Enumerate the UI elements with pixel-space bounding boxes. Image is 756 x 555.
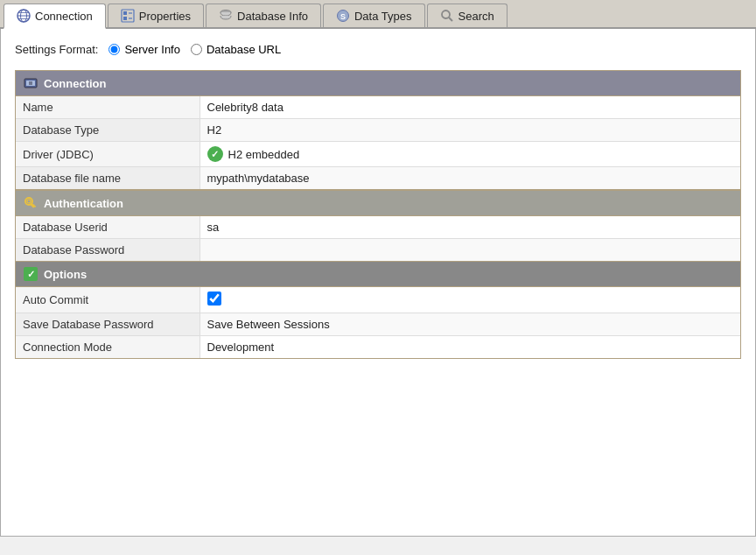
connection-mode-label: Connection Mode xyxy=(16,336,200,359)
radio-database-url-input[interactable] xyxy=(191,44,202,55)
svg-rect-6 xyxy=(123,11,127,15)
settings-format-label: Settings Format: xyxy=(15,43,98,56)
tab-bar: Connection Properties Database Info xyxy=(0,0,756,29)
tab-database-info[interactable]: Database Info xyxy=(206,4,321,27)
options-section-icon xyxy=(23,266,38,282)
driver-check-icon xyxy=(207,146,223,162)
svg-rect-22 xyxy=(32,205,35,207)
userid-value: sa xyxy=(200,216,740,239)
table-row: Connection Mode Development xyxy=(16,336,740,359)
tab-data-types[interactable]: S Data Types xyxy=(323,4,425,27)
tab-database-info-label: Database Info xyxy=(237,10,308,23)
radio-server-info-input[interactable] xyxy=(108,44,120,55)
password-value xyxy=(200,239,740,262)
password-label: Database Password xyxy=(16,239,200,262)
connection-section-icon xyxy=(23,75,38,91)
svg-line-14 xyxy=(449,18,452,21)
name-value: Celebrity8 data xyxy=(200,96,740,119)
svg-rect-23 xyxy=(34,206,36,207)
authentication-section: Authentication Database Userid sa Databa… xyxy=(15,190,741,262)
tab-connection-label: Connection xyxy=(35,10,93,23)
driver-text: H2 embedded xyxy=(228,148,300,161)
svg-rect-16 xyxy=(26,81,35,86)
save-password-label: Save Database Password xyxy=(16,313,200,336)
database-info-icon xyxy=(219,9,233,23)
table-row: Save Database Password Save Between Sess… xyxy=(16,313,740,336)
svg-text:S: S xyxy=(340,12,346,21)
db-type-label: Database Type xyxy=(16,119,200,142)
tab-search[interactable]: Search xyxy=(427,4,508,27)
auth-section-icon xyxy=(23,195,38,211)
table-row: Auto Commit xyxy=(16,287,740,313)
options-section-header: Options xyxy=(16,262,740,287)
table-row: Database Type H2 xyxy=(16,119,740,142)
connection-icon xyxy=(17,9,31,23)
db-type-value: H2 xyxy=(200,119,740,142)
table-row: Name Celebrity8 data xyxy=(16,96,740,119)
options-section: Options Auto Commit Save Database Passwo… xyxy=(15,262,741,359)
search-tab-icon xyxy=(440,9,454,23)
tab-properties-label: Properties xyxy=(139,10,191,23)
name-label: Name xyxy=(16,96,200,119)
radio-server-info[interactable]: Server Info xyxy=(108,43,180,56)
options-table: Auto Commit Save Database Password Save … xyxy=(16,287,740,358)
tab-properties[interactable]: Properties xyxy=(108,4,204,27)
table-row: Database Password xyxy=(16,239,740,262)
db-filename-value: mypath\mydatabase xyxy=(200,167,740,190)
table-row: Driver (JDBC) H2 embedded xyxy=(16,142,740,167)
main-content: Settings Format: Server Info Database UR… xyxy=(0,29,756,537)
driver-value: H2 embedded xyxy=(200,142,740,167)
userid-label: Database Userid xyxy=(16,216,200,239)
tab-search-label: Search xyxy=(458,10,494,23)
connection-section: Connection Name Celebrity8 data Database… xyxy=(15,70,741,190)
driver-cell: H2 embedded xyxy=(207,146,734,162)
auth-section-title: Authentication xyxy=(44,197,123,210)
options-section-title: Options xyxy=(44,268,87,281)
auto-commit-checkbox[interactable] xyxy=(207,292,221,306)
auto-commit-value xyxy=(200,287,740,313)
svg-point-21 xyxy=(27,200,31,203)
svg-point-13 xyxy=(442,11,450,18)
auto-commit-label: Auto Commit xyxy=(16,287,200,313)
tab-data-types-label: Data Types xyxy=(354,10,412,23)
svg-rect-7 xyxy=(123,17,127,20)
options-check xyxy=(24,267,38,281)
save-password-value: Save Between Sessions xyxy=(200,313,740,336)
data-types-icon: S xyxy=(336,9,350,23)
db-filename-label: Database file name xyxy=(16,167,200,190)
connection-mode-value: Development xyxy=(200,336,740,359)
connection-section-title: Connection xyxy=(44,77,107,90)
settings-format-row: Settings Format: Server Info Database UR… xyxy=(15,43,741,56)
radio-server-info-label: Server Info xyxy=(124,43,180,56)
properties-icon xyxy=(121,9,135,23)
driver-label: Driver (JDBC) xyxy=(16,142,200,167)
connection-table: Name Celebrity8 data Database Type H2 Dr… xyxy=(16,96,740,189)
tab-connection[interactable]: Connection xyxy=(4,4,106,29)
table-row: Database Userid sa xyxy=(16,216,740,239)
auth-table: Database Userid sa Database Password xyxy=(16,216,740,261)
radio-database-url[interactable]: Database URL xyxy=(191,43,281,56)
auth-section-header: Authentication xyxy=(16,190,740,216)
connection-section-header: Connection xyxy=(16,71,740,96)
radio-database-url-label: Database URL xyxy=(206,43,281,56)
table-row: Database file name mypath\mydatabase xyxy=(16,167,740,190)
